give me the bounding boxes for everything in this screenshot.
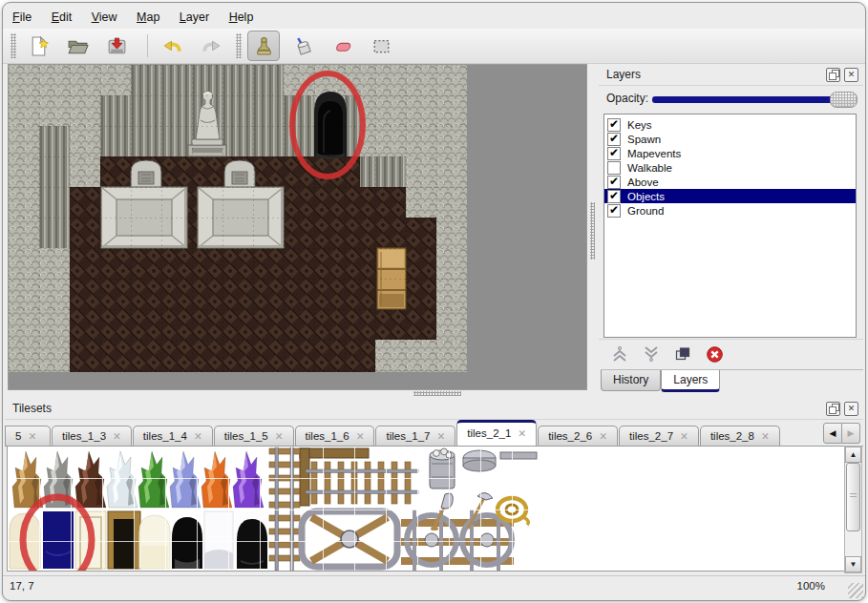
tileset-scrollbar[interactable]: ▲ ▼	[844, 446, 862, 573]
tileset-tab-tiles_2_6[interactable]: tiles_2_6✕	[538, 426, 618, 446]
opacity-slider[interactable]	[652, 92, 857, 107]
layer-checkbox[interactable]: ✔	[607, 204, 621, 218]
close-tab-icon[interactable]: ✕	[28, 430, 36, 442]
menu-edit[interactable]: Edit	[52, 6, 73, 29]
scrollbar-thumb[interactable]	[846, 463, 860, 531]
scroll-tabs-right-button[interactable]: ▶	[842, 423, 860, 444]
close-tab-icon[interactable]: ✕	[275, 430, 284, 442]
new-document-icon	[28, 35, 50, 57]
tilesets-panel: Tilesets ✕ 5✕ tiles_1_3✕ tiles_1_4✕ tile…	[5, 398, 863, 573]
undo-button[interactable]	[156, 31, 188, 61]
tileset-canvas[interactable]	[7, 446, 845, 572]
tileset-tab-tiles_1_7[interactable]: tiles_1_7✕	[375, 426, 455, 446]
layer-label: Objects	[627, 191, 665, 202]
horizontal-splitter[interactable]	[8, 388, 861, 398]
tileset-tab-tiles_1_5[interactable]: tiles_1_5✕	[214, 426, 294, 446]
duplicate-layer-button[interactable]	[673, 344, 692, 364]
tileset-render	[8, 447, 844, 571]
new-map-button[interactable]	[22, 31, 54, 61]
tileset-tabbar: 5✕ tiles_1_3✕ tiles_1_4✕ tiles_1_5✕ tile…	[5, 419, 863, 447]
eraser-icon	[331, 35, 353, 57]
resize-grip[interactable]	[848, 583, 863, 598]
opacity-label: Opacity:	[606, 92, 648, 105]
menu-view[interactable]: View	[92, 6, 117, 29]
scroll-down-button[interactable]: ▼	[845, 556, 861, 572]
layer-row-above[interactable]: ✔ Above	[604, 175, 856, 189]
scroll-up-button[interactable]: ▲	[845, 447, 861, 463]
close-tab-icon[interactable]: ✕	[680, 430, 688, 442]
map-render	[9, 65, 467, 372]
scroll-tabs-left-button[interactable]: ◀	[823, 423, 842, 444]
undo-icon	[161, 35, 183, 57]
save-map-button[interactable]	[100, 31, 133, 61]
close-tab-icon[interactable]: ✕	[761, 430, 770, 442]
layer-row-mapevents[interactable]: ✔ Mapevents	[604, 146, 856, 160]
tile-grid-overlay	[9, 65, 467, 372]
layers-panel-title: Layers	[606, 68, 641, 81]
open-folder-icon	[67, 35, 89, 57]
layer-label: Spawn	[627, 134, 661, 145]
layer-checkbox-unchecked[interactable]	[607, 161, 621, 175]
eraser-tool-button[interactable]	[326, 31, 358, 61]
opacity-row: Opacity:	[599, 88, 863, 111]
layer-checkbox[interactable]: ✔	[607, 118, 621, 132]
layer-label: Above	[627, 177, 659, 188]
delete-layer-button[interactable]	[705, 344, 724, 364]
open-map-button[interactable]	[61, 31, 94, 61]
tileset-tab-tiles_2_8[interactable]: tiles_2_8✕	[700, 426, 780, 446]
layer-row-ground[interactable]: ✔ Ground	[604, 203, 856, 218]
layer-list: ✔ Keys ✔ Spawn ✔ Mapevents Walkable ✔ Ab…	[603, 114, 857, 338]
paint-can-icon	[292, 35, 314, 57]
tileset-tab-tiles_2_7[interactable]: tiles_2_7✕	[619, 426, 699, 446]
tileset-tab-tiles_2_1[interactable]: tiles_2_1✕	[456, 420, 537, 446]
menu-help[interactable]: Help	[229, 6, 254, 29]
opacity-slider-track[interactable]	[652, 96, 856, 103]
layer-checkbox[interactable]: ✔	[607, 147, 621, 160]
save-icon	[106, 35, 128, 57]
close-tab-icon[interactable]: ✕	[436, 430, 445, 442]
layer-label: Keys	[627, 119, 652, 131]
layer-row-spawn[interactable]: ✔ Spawn	[604, 132, 856, 146]
layer-row-walkable[interactable]: Walkable	[604, 160, 856, 175]
float-panel-icon[interactable]	[826, 402, 840, 416]
menu-file[interactable]: File	[12, 6, 32, 29]
menubar: File Edit View Map Layer Help	[3, 6, 865, 29]
select-tool-button[interactable]	[365, 31, 397, 61]
redo-button[interactable]	[195, 31, 227, 61]
close-panel-icon[interactable]: ✕	[844, 402, 858, 416]
close-tab-icon[interactable]: ✕	[599, 430, 607, 442]
layer-checkbox[interactable]: ✔	[607, 190, 621, 203]
fill-tool-button[interactable]	[286, 31, 319, 61]
map-canvas[interactable]	[8, 64, 587, 390]
close-panel-icon[interactable]: ✕	[844, 68, 858, 82]
layers-panel-title-bar: Layers ✕	[599, 64, 863, 86]
layer-row-objects[interactable]: ✔ Objects	[604, 189, 856, 203]
lower-layer-button[interactable]	[642, 344, 661, 364]
menu-map[interactable]: Map	[137, 6, 159, 29]
tileset-tab-tiles_1_3[interactable]: tiles_1_3✕	[52, 426, 132, 446]
layer-checkbox[interactable]: ✔	[607, 176, 621, 189]
close-tab-icon[interactable]: ✕	[194, 430, 202, 442]
layer-label: Walkable	[627, 162, 672, 174]
tileset-tab-tiles_1_4[interactable]: tiles_1_4✕	[133, 426, 213, 446]
tileset-tab-5[interactable]: 5✕	[5, 426, 51, 446]
redo-icon	[201, 35, 222, 57]
opacity-slider-handle[interactable]	[830, 92, 857, 108]
float-panel-icon[interactable]	[826, 68, 840, 82]
stamp-tool-button[interactable]	[247, 31, 280, 61]
tileset-tab-tiles_1_6[interactable]: tiles_1_6✕	[295, 426, 375, 446]
layers-panel: Layers ✕ Opacity: ✔ Keys ✔ Spawn ✔	[599, 64, 863, 394]
chevron-down-icon	[643, 345, 660, 363]
layer-row-keys[interactable]: ✔ Keys	[604, 117, 856, 132]
toolbar-drag-handle-2[interactable]	[236, 33, 242, 58]
close-tab-icon[interactable]: ✕	[356, 430, 365, 442]
raise-layer-button[interactable]	[610, 344, 629, 364]
menu-layer[interactable]: Layer	[180, 6, 209, 29]
layer-label: Ground	[627, 205, 664, 217]
toolbar-drag-handle[interactable]	[11, 33, 16, 58]
close-tab-icon[interactable]: ✕	[518, 427, 526, 439]
stamp-icon	[253, 35, 275, 57]
vertical-splitter[interactable]	[587, 64, 598, 388]
close-tab-icon[interactable]: ✕	[113, 430, 121, 442]
layer-checkbox[interactable]: ✔	[607, 133, 621, 146]
